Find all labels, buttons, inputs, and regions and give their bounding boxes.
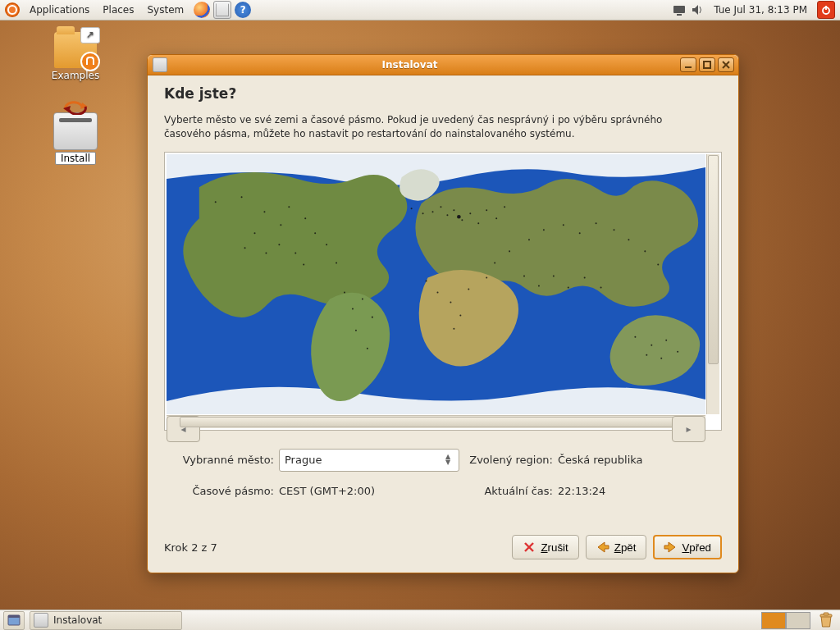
svg-point-33 [453, 209, 454, 211]
svg-point-62 [660, 358, 662, 359]
trash-applet[interactable] [817, 611, 835, 629]
step-indicator: Krok 2 z 7 [164, 541, 217, 554]
svg-point-64 [523, 275, 525, 276]
svg-point-50 [543, 229, 545, 231]
scrollbar-thumb[interactable] [180, 417, 692, 427]
svg-rect-1 [677, 14, 682, 16]
timezone-map-frame: ◂ ▸ [164, 152, 722, 431]
svg-point-71 [244, 247, 246, 249]
installer-window: Instalovat Kde jste? Vyberte město ve sv… [147, 54, 739, 573]
timezone-world-map[interactable] [167, 154, 705, 414]
svg-point-60 [665, 339, 667, 340]
network-icon[interactable] [673, 3, 686, 16]
help-launcher-icon[interactable]: ? [235, 2, 251, 18]
system-tray: Tue Jul 31, 8:13 PM [673, 1, 840, 19]
svg-point-21 [336, 262, 337, 263]
timezone-form: Vybranné město: Prague ▲▼ Zvolený region… [164, 449, 722, 497]
map-horizontal-scrollbar[interactable]: ◂ ▸ [167, 415, 705, 428]
value-selected-region: Česká republika [558, 454, 722, 466]
svg-point-59 [651, 345, 652, 346]
svg-marker-78 [598, 542, 609, 552]
menu-places[interactable]: Places [96, 0, 140, 21]
window-titlebar[interactable]: Instalovat [148, 55, 738, 75]
svg-point-28 [411, 208, 413, 209]
ubuntu-logo-icon [5, 2, 20, 17]
svg-rect-83 [824, 613, 829, 615]
svg-point-45 [468, 288, 469, 290]
page-heading: Kde jste? [164, 85, 722, 102]
svg-point-13 [215, 201, 217, 203]
cancel-button[interactable]: Zrušit [512, 535, 578, 559]
mail-launcher-icon[interactable] [213, 1, 231, 19]
svg-point-63 [646, 354, 647, 356]
forward-button[interactable]: Vpřed [653, 535, 722, 559]
cancel-icon [523, 541, 536, 554]
workspace-switcher[interactable] [761, 612, 810, 629]
top-panel: Applications Places System ? Tue Jul 31,… [0, 0, 840, 21]
svg-point-56 [644, 250, 646, 252]
svg-point-24 [355, 329, 357, 331]
svg-point-15 [263, 211, 265, 212]
forward-button-label: před [689, 541, 711, 554]
arrow-left-icon [596, 541, 609, 554]
svg-point-12 [457, 215, 461, 219]
window-maximize-button[interactable] [699, 57, 715, 72]
svg-point-46 [486, 276, 487, 278]
menu-system[interactable]: System [140, 0, 190, 21]
link-emblem-icon [80, 27, 100, 43]
taskbar-entry-installer[interactable]: Instalovat [30, 611, 182, 630]
cancel-button-label: rušit [548, 541, 568, 554]
page-description: Vyberte město ve své zemi a časové pásmo… [164, 113, 689, 142]
show-desktop-button[interactable] [3, 611, 25, 630]
svg-point-14 [241, 196, 243, 198]
firefox-launcher-icon[interactable] [194, 2, 210, 18]
desktop-icon-examples[interactable]: Examples [43, 32, 108, 81]
svg-point-35 [469, 212, 471, 214]
svg-rect-8 [704, 62, 710, 68]
svg-point-49 [528, 239, 530, 240]
svg-point-17 [288, 206, 290, 208]
clock[interactable]: Tue Jul 31, 8:13 PM [709, 4, 812, 16]
scrollbar-thumb[interactable] [708, 155, 719, 365]
window-close-button[interactable] [718, 57, 734, 72]
svg-point-20 [326, 244, 327, 245]
svg-point-65 [538, 285, 540, 286]
window-minimize-button[interactable] [680, 57, 696, 72]
label-selected-region: Zvolený region: [459, 454, 558, 466]
svg-point-69 [600, 286, 602, 288]
svg-point-39 [504, 206, 505, 208]
svg-point-29 [422, 212, 424, 214]
svg-point-61 [677, 351, 678, 353]
install-arrows-icon [62, 100, 89, 115]
label-timezone: Časové pásmo: [164, 485, 279, 497]
menu-applications[interactable]: Applications [23, 0, 96, 21]
svg-point-43 [459, 314, 461, 316]
svg-point-52 [579, 232, 581, 234]
workspace-1[interactable] [761, 612, 786, 629]
svg-point-25 [367, 348, 368, 349]
svg-point-41 [436, 291, 438, 293]
back-button-label: pět [621, 541, 637, 554]
desktop-icon-install[interactable]: Install [43, 112, 108, 165]
svg-rect-81 [8, 615, 20, 618]
task-app-icon [34, 613, 48, 628]
shutdown-button[interactable] [817, 1, 835, 19]
volume-icon[interactable] [691, 3, 704, 16]
back-button[interactable]: Zpět [586, 535, 647, 559]
svg-point-67 [568, 286, 569, 288]
svg-point-19 [314, 232, 316, 234]
taskbar-entry-label: Instalovat [53, 614, 102, 626]
svg-point-16 [280, 224, 281, 226]
combobox-spinner-icon[interactable]: ▲▼ [442, 454, 454, 465]
svg-point-44 [453, 327, 454, 329]
svg-point-54 [614, 229, 615, 231]
svg-point-48 [509, 250, 510, 252]
map-vertical-scrollbar[interactable] [706, 154, 719, 414]
label-current-time: Aktuální čas: [459, 485, 558, 497]
svg-point-53 [596, 222, 597, 224]
city-combobox[interactable]: Prague ▲▼ [279, 449, 459, 472]
desktop-icon-label: Install [55, 152, 96, 165]
workspace-2[interactable] [786, 612, 810, 629]
lock-emblem-icon [80, 52, 100, 71]
scroll-right-button[interactable]: ▸ [672, 416, 705, 442]
